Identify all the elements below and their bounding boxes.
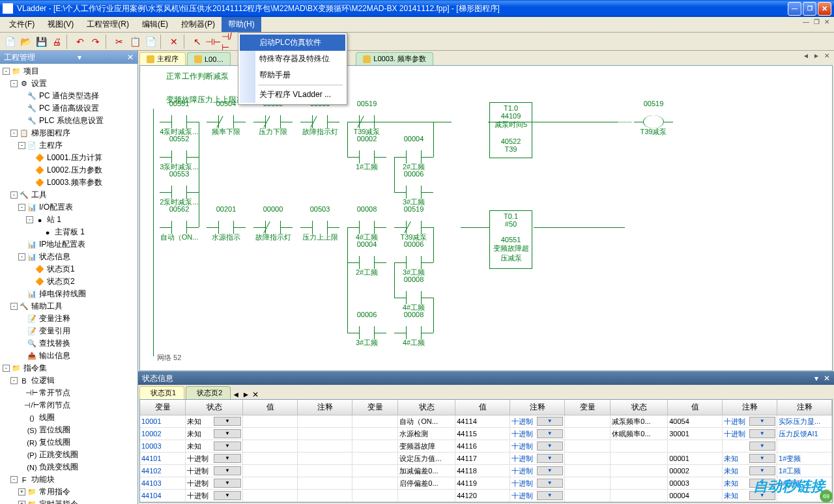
table-cell[interactable] — [565, 415, 611, 427]
table-cell[interactable]: 44104 — [140, 490, 186, 501]
table-cell[interactable] — [611, 440, 668, 452]
table-cell[interactable] — [243, 415, 298, 427]
tree-node[interactable]: 🔧PLC 系统信息设置 — [1, 115, 136, 127]
tree-node[interactable]: -📊状态信息 — [1, 251, 136, 263]
table-cell[interactable]: 44102 — [140, 465, 186, 477]
dd-help-manual[interactable]: 帮助手册 — [240, 67, 345, 83]
menu-controller[interactable]: 控制器(P) — [175, 17, 222, 32]
table-cell[interactable]: 44114 — [455, 415, 510, 427]
table-cell[interactable]: 2#变频 — [777, 477, 832, 489]
tab-next-icon[interactable]: ► — [812, 52, 821, 61]
tree-node[interactable]: -F功能块 — [1, 473, 136, 486]
expand-icon[interactable]: - — [10, 303, 18, 310]
table-cell[interactable] — [243, 502, 298, 503]
table-cell[interactable]: 00004 — [668, 490, 723, 501]
table-cell[interactable] — [565, 477, 611, 489]
table-cell[interactable]: 十进制▼ — [510, 440, 565, 452]
tree-node[interactable]: ●主背板 1 — [1, 226, 136, 238]
table-cell[interactable]: 44105 — [140, 502, 186, 503]
tb-no-contact-icon[interactable]: ⊣⊢ — [206, 35, 220, 49]
tree-node[interactable]: -🔨辅助工具 — [1, 300, 136, 313]
table-cell[interactable]: 实际压力显... — [777, 415, 832, 427]
table-cell[interactable] — [611, 453, 668, 464]
tree-node[interactable]: +📁定时器指令 — [1, 498, 136, 504]
dropdown-arrow-icon[interactable]: ▼ — [537, 441, 563, 451]
tree-node[interactable]: +📁常用指令 — [1, 486, 136, 498]
tb-print-icon[interactable]: 🖨 — [50, 35, 64, 49]
table-cell[interactable]: 44103 — [140, 477, 186, 489]
column-header[interactable]: 注释 — [510, 400, 565, 415]
table-cell[interactable]: 十进制▼ — [186, 477, 243, 489]
table-cell[interactable]: 十进制▼ — [510, 465, 565, 477]
table-cell[interactable]: KP — [398, 502, 455, 503]
dropdown-arrow-icon[interactable]: ▼ — [214, 491, 241, 500]
dropdown-arrow-icon[interactable]: ▼ — [214, 479, 241, 488]
expand-icon[interactable]: - — [3, 365, 10, 372]
table-cell[interactable]: 十进制▼ — [186, 453, 243, 464]
table-cell[interactable] — [352, 477, 398, 489]
table-cell[interactable] — [565, 490, 611, 501]
table-cell[interactable]: 未知▼ — [723, 477, 777, 489]
table-cell[interactable]: 十进制▼ — [510, 453, 565, 464]
column-header[interactable]: 状态 — [186, 400, 243, 415]
table-cell[interactable] — [777, 440, 832, 452]
tree-node[interactable]: 📊IP地址配置表 — [1, 238, 136, 251]
table-cell[interactable]: 未知▼ — [186, 440, 243, 452]
table-cell[interactable]: 44101 — [140, 453, 186, 464]
minimize-button[interactable] — [788, 2, 801, 16]
table-cell[interactable] — [243, 465, 298, 477]
tab-next-icon[interactable]: ► — [242, 390, 250, 399]
status-tab-2[interactable]: 状态页2 — [186, 386, 231, 399]
table-cell[interactable] — [398, 490, 455, 501]
table-cell[interactable] — [352, 465, 398, 477]
table-cell[interactable]: 十进制▼ — [510, 490, 565, 501]
tb-redo-icon[interactable]: ↷ — [89, 35, 103, 49]
table-row[interactable]: 44104十进制▼44120十进制▼00004未知▼ — [140, 490, 832, 502]
table-cell[interactable] — [243, 453, 298, 464]
doc-min-icon[interactable]: — — [801, 18, 811, 27]
expand-icon[interactable]: - — [18, 204, 25, 211]
table-cell[interactable] — [668, 440, 723, 452]
dropdown-arrow-icon[interactable]: ▼ — [214, 454, 241, 463]
table-cell[interactable]: 减泵频率0... — [611, 415, 668, 427]
table-cell[interactable]: 44117 — [455, 453, 510, 464]
table-cell[interactable]: 未知▼ — [723, 465, 777, 477]
table-cell[interactable]: 十进制▼ — [186, 490, 243, 501]
dropdown-arrow-icon[interactable]: ▼ — [537, 491, 563, 500]
expand-icon[interactable]: - — [10, 377, 18, 384]
table-cell[interactable]: 44115 — [455, 428, 510, 440]
tab-l0003[interactable]: L0003. 频率参数 — [356, 52, 433, 65]
table-cell[interactable]: 未知▼ — [723, 502, 777, 503]
tab-main-program[interactable]: 主程序 — [139, 52, 186, 65]
column-header[interactable]: 注释 — [777, 400, 832, 415]
dropdown-arrow-icon[interactable]: ▼ — [214, 441, 241, 451]
table-cell[interactable] — [243, 477, 298, 489]
table-cell[interactable] — [611, 490, 668, 501]
table-row[interactable]: 44102十进制▼加减偏差0...44118十进制▼00002未知▼1#工频 — [140, 465, 832, 477]
tree-node[interactable]: -🔨工具 — [1, 189, 136, 201]
table-cell[interactable]: 休眠频率0... — [611, 428, 668, 440]
table-cell[interactable]: 44120 — [455, 490, 510, 501]
table-cell[interactable]: 设定压力值... — [398, 453, 455, 464]
tree-node[interactable]: 🔶L0003.频率参数 — [1, 176, 136, 189]
tree-node[interactable]: -●站 1 — [1, 214, 136, 226]
dropdown-arrow-icon[interactable]: ▼ — [537, 466, 563, 475]
table-cell[interactable]: 3#变频 — [777, 502, 832, 503]
expand-icon[interactable]: - — [18, 142, 25, 149]
table-cell[interactable] — [352, 453, 398, 464]
table-cell[interactable]: 44116 — [455, 440, 510, 452]
table-cell[interactable]: 44118 — [455, 465, 510, 477]
table-cell[interactable]: 00003 — [668, 477, 723, 489]
tab-prev-icon[interactable]: ◄ — [801, 52, 811, 61]
table-cell[interactable]: 十进制▼ — [186, 502, 243, 503]
tb-open-icon[interactable]: 📂 — [18, 35, 33, 49]
table-cell[interactable]: 10003 — [140, 440, 186, 452]
expand-icon[interactable]: - — [10, 130, 18, 137]
table-cell[interactable] — [298, 477, 352, 489]
table-cell[interactable]: 10001 — [140, 415, 186, 427]
table-cell[interactable] — [565, 440, 611, 452]
table-cell[interactable]: 十进制▼ — [723, 428, 777, 440]
tab-prev-icon[interactable]: ◄ — [232, 390, 240, 399]
tab-close-icon[interactable]: ✕ — [822, 52, 831, 61]
table-cell[interactable]: 水源检测 — [398, 428, 455, 440]
